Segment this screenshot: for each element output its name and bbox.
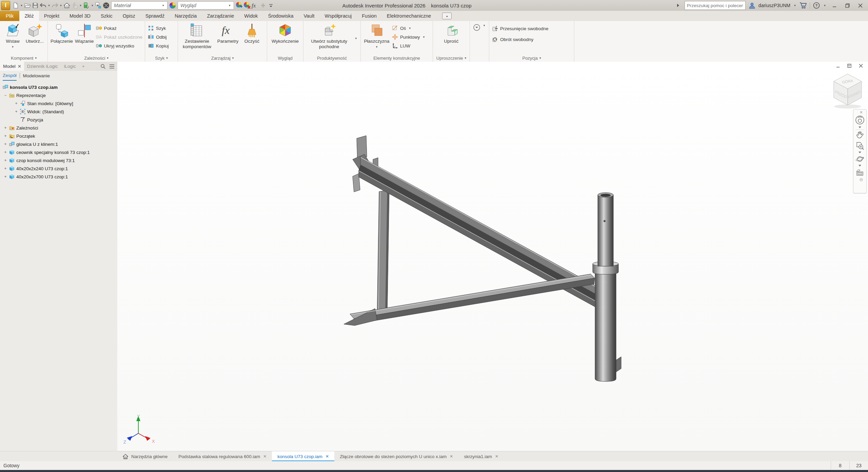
window-close-icon[interactable] xyxy=(855,1,865,9)
help-search-input[interactable] xyxy=(685,3,745,8)
browser-tab-close-icon[interactable] xyxy=(18,65,21,68)
panel-produktywnosc-label[interactable]: Produktywność xyxy=(303,54,360,62)
collapse-icon[interactable]: − xyxy=(3,93,7,98)
panel-komponent-label[interactable]: Komponent ▾ xyxy=(0,54,47,62)
kopiuj-button[interactable]: Kopiuj xyxy=(148,42,169,50)
browser-menu-icon[interactable] xyxy=(109,64,115,69)
doc-tab-close-icon[interactable]: ✕ xyxy=(450,454,453,459)
expand-icon[interactable]: + xyxy=(3,134,7,138)
doc-minimize-icon[interactable] xyxy=(834,62,842,69)
browser-tab-model[interactable]: Model xyxy=(0,62,24,71)
ribbon-display-toggle-icon[interactable]: ▴ xyxy=(442,13,452,19)
tab-sprawdz[interactable]: Sprawdź xyxy=(140,11,170,21)
utworz-button[interactable]: Utwórz... xyxy=(25,22,45,44)
navbar-close-icon[interactable] xyxy=(856,110,866,114)
tree-row-glowica[interactable]: + glowica U z klinem:1 xyxy=(0,140,117,148)
tree-row-pozycja[interactable]: Pozycja xyxy=(0,116,117,124)
navigation-wheel-icon[interactable] xyxy=(855,114,865,126)
doc-tab-close-icon[interactable]: ✕ xyxy=(326,454,329,459)
polaczenie-button[interactable]: Połączenie xyxy=(51,22,73,44)
viewcube[interactable]: GÓRA PRZÓD PRAWO xyxy=(828,69,867,110)
doc-tab-close-icon[interactable]: ✕ xyxy=(263,454,267,459)
utworz-substytuty-caret-icon[interactable]: ▾ xyxy=(354,37,358,40)
appearance-combo[interactable]: Wygląd ▾ xyxy=(178,1,234,9)
tree-row-ceownik[interactable]: + ceownik specjalny konsoli 73 czop:1 xyxy=(0,148,117,156)
orbit-icon[interactable] xyxy=(855,154,865,164)
navigation-wheel-caret-icon[interactable] xyxy=(855,126,865,129)
expand-icon[interactable]: + xyxy=(3,150,7,155)
tree-row-stan-modelu[interactable]: + Stan modelu: [Główny] xyxy=(0,99,117,107)
expand-icon[interactable]: + xyxy=(3,166,7,171)
expand-icon[interactable]: + xyxy=(3,142,7,146)
panel-zaleznosci-label[interactable]: Zależności ▾ xyxy=(48,54,145,62)
tab-fusion[interactable]: Fusion xyxy=(357,11,382,21)
tab-model-3d[interactable]: Model 3D xyxy=(64,11,96,21)
appearance-wheel-icon[interactable] xyxy=(169,1,176,10)
doc-tab-home[interactable]: Narzędzia główne xyxy=(117,451,173,461)
new-file-caret-icon[interactable]: ▾ xyxy=(20,4,23,7)
doc-tab-zlacze[interactable]: Złącze obrotowe do stezen poziomych U un… xyxy=(334,451,458,461)
panel-uproszczenie-label[interactable]: Uproszczenie ▾ xyxy=(433,54,470,62)
window-minimize-icon[interactable] xyxy=(829,1,840,9)
tree-row-zaleznosci[interactable]: + Zależności xyxy=(0,124,117,132)
panel-elementy-label[interactable]: Elementy konstrukcyjne xyxy=(361,54,433,62)
store-cart-icon[interactable] xyxy=(800,1,807,10)
browser-search-icon[interactable] xyxy=(100,64,106,69)
new-file-icon[interactable] xyxy=(12,1,19,10)
parameters-fx-icon[interactable]: fx xyxy=(251,1,259,10)
help-icon[interactable]: ? xyxy=(813,1,820,10)
doc-tab-konsola[interactable]: konsola U73 czop.iam ✕ xyxy=(272,451,334,461)
wykonczenie-button[interactable]: Wykończenie xyxy=(270,22,300,44)
expand-icon[interactable]: + xyxy=(3,174,7,179)
undo-caret-icon[interactable]: ▾ xyxy=(47,4,51,7)
doc-tab-close-icon[interactable]: ✕ xyxy=(495,454,498,459)
ukryj-wszystko-button[interactable]: Ukryj wszystko xyxy=(96,42,142,50)
tab-srodowiska[interactable]: Środowiska xyxy=(263,11,299,21)
subtab-modelowanie[interactable]: Modelowanie xyxy=(23,71,50,80)
undo-icon[interactable] xyxy=(39,1,47,10)
doc-tab-skrzynia[interactable]: skrzynia1.iam ✕ xyxy=(458,451,504,461)
wiazanie-button[interactable]: Wiązanie xyxy=(75,22,94,44)
tab-widok[interactable]: Widok xyxy=(239,11,263,21)
oczysc-button[interactable]: Oczyść xyxy=(242,22,261,44)
expand-icon[interactable]: + xyxy=(3,158,7,163)
overflow-circle-icon[interactable] xyxy=(473,24,480,31)
home-icon[interactable] xyxy=(63,1,71,10)
viewport-3d[interactable]: GÓRA PRZÓD PRAWO Y X xyxy=(117,62,868,451)
plaszczyzna-button[interactable]: Płaszczyzna ▾ xyxy=(363,22,390,50)
tree-row-reprezentacje[interactable]: − Reprezentacje xyxy=(0,91,117,99)
browser-tab-dziennik-ilogic[interactable]: Dziennik iLogic xyxy=(24,62,61,71)
user-menu-caret-icon[interactable]: ▾ xyxy=(793,4,797,7)
window-restore-icon[interactable] xyxy=(842,1,852,9)
doc-close-icon[interactable] xyxy=(857,62,865,69)
wstaw-button[interactable]: Wstaw ▾ xyxy=(3,22,23,50)
utworz-substytuty-button[interactable]: Utwórz substytuty pochodne xyxy=(306,22,352,50)
overflow-caret-icon[interactable]: ▾ xyxy=(482,24,486,27)
zoom-caret-icon[interactable] xyxy=(855,151,865,154)
navbar-more-icon[interactable] xyxy=(856,177,866,182)
tree-row-40x20x2x700[interactable]: + 40x20x2x700 U73 czop:1 xyxy=(0,173,117,181)
browser-tab-add[interactable]: + xyxy=(79,62,88,71)
tab-projekt[interactable]: Projekt xyxy=(39,11,64,21)
update-caret-icon[interactable]: ▾ xyxy=(91,4,94,7)
user-name[interactable]: dariuszP3UNM xyxy=(758,3,790,8)
tab-vault[interactable]: Vault xyxy=(298,11,319,21)
zoom-icon[interactable] xyxy=(855,141,865,151)
redo-caret-icon[interactable]: ▾ xyxy=(59,4,63,7)
pokaz-button[interactable]: Pokaż xyxy=(96,24,142,32)
os-button[interactable]: Oś ▾ xyxy=(392,24,426,32)
look-at-icon[interactable] xyxy=(855,167,865,177)
clear-appearance-icon[interactable] xyxy=(243,1,251,10)
panel-szyk-label[interactable]: Szyk ▾ xyxy=(145,54,178,62)
update-icon[interactable] xyxy=(83,1,90,10)
select-icon[interactable] xyxy=(95,1,102,10)
tab-zloz[interactable]: Złóż xyxy=(19,11,39,21)
panel-wyglad-label[interactable]: Wygląd xyxy=(267,54,303,62)
return-caret-icon[interactable]: ▾ xyxy=(79,4,82,7)
pan-icon[interactable] xyxy=(855,131,865,141)
help-search-box[interactable] xyxy=(685,1,746,10)
expand-icon[interactable]: + xyxy=(14,101,18,106)
zestawienie-button[interactable]: Zestawienie komponentów xyxy=(181,22,213,50)
obrot-button[interactable]: Obrót swobodny xyxy=(492,35,549,43)
parametry-button[interactable]: fx Parametry xyxy=(215,22,240,44)
